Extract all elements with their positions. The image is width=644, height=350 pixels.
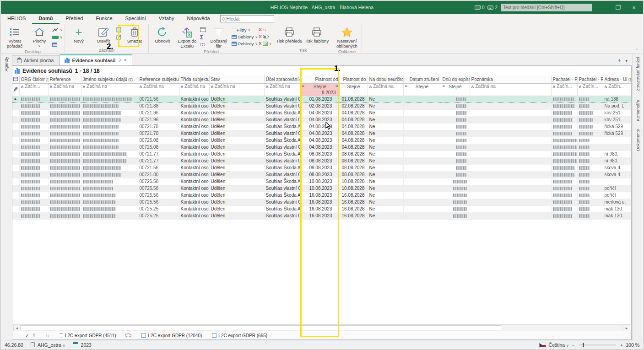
grid-cell-platdo[interactable]: 16.08.2028 [340,205,368,212]
grid-cell-trida[interactable]: Kontaktní osoba [179,164,209,171]
color-theme-button[interactable]: ∨ [52,34,63,40]
column-header-jmeno[interactable]: Jméno subjektu údajů [81,75,138,83]
grid-cell-stav[interactable]: Udělen [209,192,264,199]
grid-cell-reference[interactable] [48,130,81,137]
grid-cell-pachp[interactable] [551,205,577,212]
grid-cell-pozn[interactable] [470,192,551,199]
grid-cell-pozn[interactable] [470,178,551,185]
grid-cell-reference[interactable] [48,96,81,102]
grid-cell-refsubj[interactable]: 00725.58 [138,178,179,185]
grid-cell-pozn[interactable] [470,137,551,144]
window-layout-button[interactable] [52,42,63,47]
grid-cell-reference[interactable] [48,171,81,178]
row-selector[interactable] [12,151,19,157]
grid-cell-jmeno[interactable] [81,102,138,109]
grid-cell-zrus[interactable] [403,157,441,164]
grid-cell-trida[interactable]: Kontaktní osoba [179,178,209,185]
grid-cell-dnu[interactable] [441,144,470,151]
grid-cell-neurc[interactable]: Ne [368,109,403,116]
row-selector[interactable] [12,109,19,116]
filter-value-pachr[interactable] [577,90,603,96]
grid-cell-refsubj[interactable]: 00725.56 [138,199,179,205]
grid-cell-pozn[interactable] [470,116,551,123]
grid-cell-adresa[interactable] [603,178,631,185]
grid-cell-platod[interactable]: 10.08.2023 [300,178,340,185]
table-row[interactable]: 00721.96Kontaktní osobaUdělenSouhlas Ško… [12,109,631,116]
grid-cell-zrus[interactable] [403,171,441,178]
grid-cell-org[interactable] [19,109,48,116]
grid-cell-zrus[interactable] [403,192,441,199]
grid-cell-ucel[interactable]: Souhlas Škoda Auto [264,123,300,130]
filter-value-neurc[interactable] [368,90,403,96]
add-tab-button[interactable]: + [617,57,621,64]
grid-cell-pozn[interactable] [470,102,551,109]
desktops-button[interactable]: Plochy ∨ [27,25,51,48]
clear-view-button[interactable]: × [259,41,262,46]
filter-zrus[interactable]: =Stejné [403,83,441,90]
grid-cell-refsubj[interactable]: 00721.80 [138,171,179,178]
zoom-slider-thumb[interactable] [583,343,584,347]
row-selector[interactable] [12,137,19,144]
grid-cell-pachp[interactable] [551,109,577,116]
grid-cell-jmeno[interactable] [81,123,138,130]
grid-cell-neurc[interactable]: Ne [368,102,403,109]
grid-cell-adresa[interactable] [603,137,631,144]
filter-pachp[interactable]: AZačín... [551,83,577,90]
table-row[interactable]: 00725.25Kontaktní osobaUdělenSouhlas vla… [12,212,631,219]
grid-cell-platdo[interactable]: 04.08.2028 [340,137,368,144]
grid-cell-adresa[interactable]: kov 251. [603,109,631,116]
grid-cell-platdo[interactable]: 04.08.2028 [340,144,368,151]
pin-icon[interactable] [118,59,122,62]
favorites-settings-button[interactable]: Nastavení oblíbených [334,25,360,48]
table-row[interactable]: 00725.08Kontaktní osobaUdělenSouhlas Ško… [12,137,631,144]
grid-cell-stav[interactable]: Udělen [209,178,264,185]
grid-cell-stav[interactable]: Udělen [209,199,264,205]
grid-cell-org[interactable] [19,185,48,192]
filter-value-jmeno[interactable] [81,90,138,96]
grid-cell-pachp[interactable] [551,157,577,164]
grid-cell-adresa[interactable]: poříčí [603,185,631,192]
filter-value-org[interactable] [19,90,48,96]
column-header-refsubj[interactable]: Reference subjektu [138,75,179,83]
grid-cell-pachp[interactable] [551,137,577,144]
grid-cell-trida[interactable]: Kontaktní osoba [179,185,209,192]
grid-cell-jmeno[interactable] [81,157,138,164]
table-row[interactable]: 00725.58Kontaktní osobaUdělenSouhlas Ško… [12,178,631,185]
grid-cell-zrus[interactable] [403,144,441,151]
grid-cell-platdo[interactable]: 04.08.2028 [340,109,368,116]
grid-cell-dnu[interactable] [441,171,470,178]
grid-cell-platod[interactable]: 08.08.2023 [300,157,340,164]
grid-cell-adresa[interactable]: ná 138 [603,96,631,102]
filter-value-platod[interactable]: 8.2023 [300,90,340,96]
grid-cell-adresa[interactable] [603,144,631,151]
row-selector[interactable] [12,164,19,171]
menu-item[interactable]: HELIOS [1,14,32,24]
grid-cell-reference[interactable] [48,164,81,171]
grid-cell-org[interactable] [19,144,48,151]
grid-cell-jmeno[interactable] [81,199,138,205]
grid-cell-platod[interactable]: 02.08.2023 [300,102,340,109]
grid-cell-stav[interactable]: Udělen [209,151,264,157]
grid-cell-pozn[interactable] [470,199,551,205]
sort-arrows-icon[interactable]: ↑↓ [45,333,49,338]
table-row[interactable]: 00725.56Kontaktní osobaUdělenSouhlas vla… [12,199,631,205]
filter-value-pozn[interactable] [470,90,551,96]
grid-cell-refsubj[interactable]: 00725.08 [138,144,179,151]
grid-cell-neurc[interactable]: Ne [368,137,403,144]
filter-value-zrus[interactable] [403,90,441,96]
row-selector[interactable] [12,102,19,109]
filter-stav[interactable]: AZačíná na [209,83,264,90]
grid-cell-ucel[interactable]: Souhlas vlastní CRM [264,157,300,164]
grid-cell-neurc[interactable]: Ne [368,185,403,192]
grid-cell-refsubj[interactable]: 00721.78 [138,130,179,137]
grid-cell-neurc[interactable]: Ne [368,123,403,130]
grid-cell-dnu[interactable] [441,164,470,171]
grid-cell-jmeno[interactable] [81,178,138,185]
grid-cell-trida[interactable]: Kontaktní osoba [179,102,209,109]
column-header-pachr[interactable]: Pachatel - R [577,75,603,83]
views-menu-button[interactable]: Pohledy∨ [232,41,258,46]
grid-cell-zrus[interactable] [403,151,441,157]
grid-cell-jmeno[interactable] [81,212,138,219]
column-header-reference[interactable]: Reference [48,75,81,83]
grid-cell-stav[interactable]: Udělen [209,123,264,130]
